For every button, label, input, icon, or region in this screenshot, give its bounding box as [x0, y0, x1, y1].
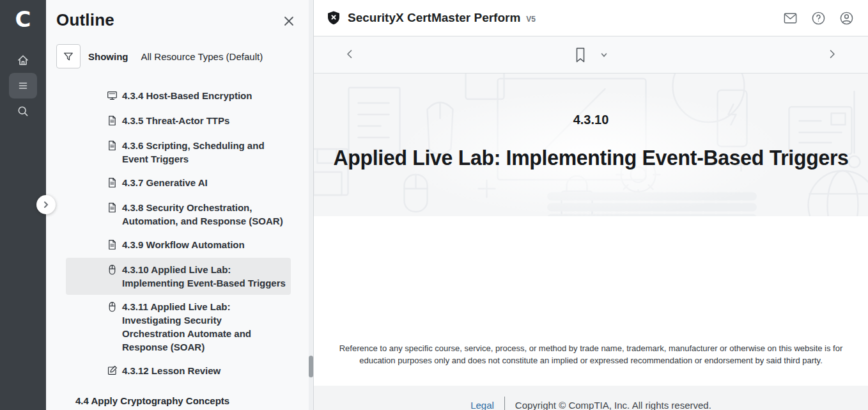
- outline-item-label: 4.3.12 Lesson Review: [122, 364, 221, 377]
- app-header: SecurityX CertMaster Perform V5: [314, 0, 868, 36]
- main-area: SecurityX CertMaster Perform V5: [313, 0, 868, 410]
- outline-item-4.3.12[interactable]: 4.3.12 Lesson Review: [66, 359, 291, 384]
- outline-scrollbar-thumb[interactable]: [309, 356, 313, 377]
- mouse-icon: [107, 301, 118, 312]
- outline-title: Outline: [56, 10, 114, 30]
- chevron-right-icon: [827, 49, 837, 59]
- outline-item-label: 4.3.9 Workflow Automation: [122, 238, 245, 251]
- document-icon: [107, 115, 118, 129]
- document-icon: [107, 115, 118, 126]
- page-footer: Legal Copyright © CompTIA, Inc. All righ…: [314, 386, 868, 410]
- outline-item-label: 4.3.4 Host-Based Encryption: [122, 89, 252, 102]
- document-icon: [107, 239, 118, 253]
- outline-item-4.3.9[interactable]: 4.3.9 Workflow Automation: [66, 233, 291, 258]
- outline-item-4.3.8[interactable]: 4.3.8 Security Orchestration, Automation…: [66, 196, 291, 233]
- outline-item-label: 4.3.8 Security Orchestration, Automation…: [122, 201, 283, 228]
- close-outline-button[interactable]: [281, 13, 297, 31]
- outline-header: Outline: [46, 0, 309, 31]
- outline-item-4.3.7[interactable]: 4.3.7 Generative AI: [66, 171, 291, 196]
- outline-item-label: 4.3.10 Applied Live Lab: Implementing Ev…: [122, 263, 286, 290]
- document-icon: [107, 202, 118, 216]
- lesson-number: 4.3.10: [314, 113, 868, 127]
- edit-icon: [107, 365, 118, 376]
- chevron-down-icon: [600, 51, 608, 59]
- filter-button[interactable]: [56, 44, 81, 68]
- expand-panel-button[interactable]: [36, 195, 56, 214]
- outline-item-label: 4.3.7 Generative AI: [122, 176, 208, 189]
- outline-item-label: 4.3.6 Scripting, Scheduling and Event Tr…: [122, 139, 265, 166]
- help-button[interactable]: [810, 10, 827, 27]
- chevron-left-icon: [345, 49, 355, 59]
- edit-icon: [107, 365, 118, 379]
- third-party-disclaimer: Reference to any specific course, servic…: [339, 343, 844, 386]
- left-icon-rail: C: [0, 0, 46, 410]
- mouse-icon: [107, 301, 118, 315]
- lesson-toolbar: [314, 36, 868, 74]
- filter-row: Showing All Resource Types (Default): [56, 44, 309, 68]
- bookmark-icon: [575, 47, 586, 63]
- account-button[interactable]: [838, 10, 855, 27]
- outline-panel: Outline Showing All Resource Types (Defa…: [46, 0, 309, 410]
- document-icon: [107, 140, 118, 151]
- bookmark-group: [575, 47, 608, 63]
- document-icon: [107, 177, 118, 191]
- rail-menu-button[interactable]: [9, 73, 37, 99]
- bookmark-button[interactable]: [575, 47, 586, 63]
- securityx-shield-icon: [326, 10, 341, 26]
- lesson-content: Reference to any specific course, servic…: [314, 216, 868, 386]
- monitor-icon: [107, 90, 118, 104]
- menu-icon: [17, 79, 29, 92]
- help-icon: [811, 11, 826, 26]
- header-icons: [782, 10, 855, 27]
- outline-item-label: 4.3.5 Threat-Actor TTPs: [122, 114, 229, 127]
- footer-divider: [504, 397, 505, 410]
- document-icon: [107, 239, 118, 250]
- mouse-icon: [107, 264, 118, 278]
- outline-list: 4.3.4 Host-Based Encryption4.3.5 Threat-…: [46, 84, 309, 384]
- bookmark-menu-button[interactable]: [600, 51, 608, 59]
- app-version-badge: V5: [526, 15, 536, 24]
- lesson-banner: 4.3.10 Applied Live Lab: Implementing Ev…: [314, 74, 868, 216]
- outline-scrollbar[interactable]: [309, 0, 313, 410]
- monitor-icon: [107, 90, 118, 101]
- rail-buttons: [9, 47, 37, 124]
- filter-funnel-icon: [63, 51, 74, 62]
- search-icon: [17, 105, 29, 118]
- next-page-button[interactable]: [823, 45, 841, 65]
- account-icon: [839, 11, 854, 26]
- outline-item-4.3.4[interactable]: 4.3.4 Host-Based Encryption: [66, 84, 291, 109]
- legal-link[interactable]: Legal: [470, 400, 494, 410]
- lesson-title: Applied Live Lab: Implementing Event-Bas…: [330, 145, 851, 170]
- outline-item-4.3.5[interactable]: 4.3.5 Threat-Actor TTPs: [66, 109, 291, 134]
- close-icon: [283, 15, 295, 27]
- mail-icon: [783, 11, 798, 26]
- mouse-icon: [107, 264, 118, 275]
- rail-search-button[interactable]: [9, 99, 37, 124]
- comptia-logo: C: [15, 5, 31, 33]
- messages-button[interactable]: [782, 10, 799, 27]
- outline-item-4.3.6[interactable]: 4.3.6 Scripting, Scheduling and Event Tr…: [66, 134, 291, 171]
- document-icon: [107, 202, 118, 213]
- chevron-right-icon: [42, 201, 50, 209]
- app-title: SecurityX CertMaster Perform: [348, 11, 520, 25]
- outline-item-4.4[interactable]: 4.4 Apply Cryptography Concepts: [75, 395, 309, 406]
- copyright-text: Copyright © CompTIA, Inc. All rights res…: [515, 400, 711, 410]
- previous-page-button[interactable]: [341, 45, 359, 65]
- outline-item-label: 4.3.11 Applied Live Lab: Investigating S…: [122, 300, 251, 354]
- rail-home-button[interactable]: [9, 47, 37, 73]
- document-icon: [107, 177, 118, 188]
- home-icon: [17, 54, 29, 67]
- filter-value: All Resource Types (Default): [141, 51, 263, 62]
- document-icon: [107, 140, 118, 154]
- outline-item-4.3.10[interactable]: 4.3.10 Applied Live Lab: Implementing Ev…: [66, 258, 291, 295]
- filter-showing-label: Showing: [88, 51, 128, 62]
- outline-item-4.3.11[interactable]: 4.3.11 Applied Live Lab: Investigating S…: [66, 295, 291, 359]
